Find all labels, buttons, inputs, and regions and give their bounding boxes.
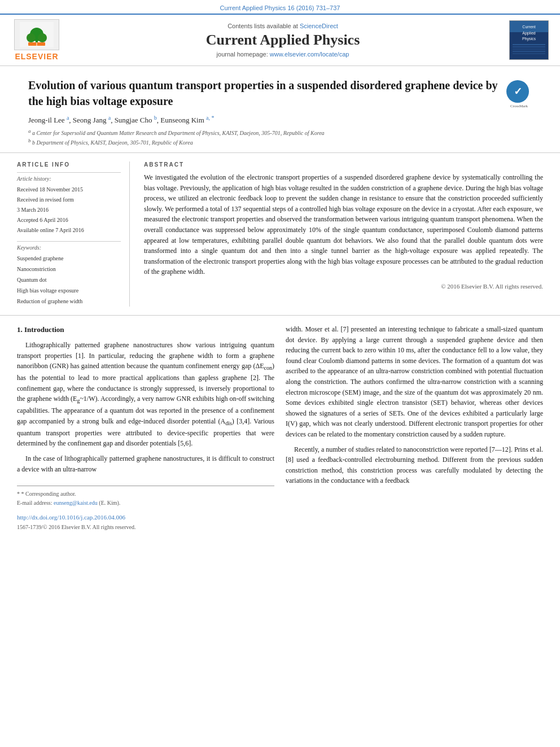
journal-title: Current Applied Physics [68, 32, 498, 49]
affiliation-a: a a Center for Supersolid and Quantum Ma… [28, 128, 532, 136]
elsevier-logo: ELSEVIER [11, 19, 62, 61]
email-note: E-mail address: eunseng@kaist.edu (E. Ki… [17, 499, 274, 508]
doi-line: http://dx.doi.org/10.1016/j.cap.2016.04.… [17, 512, 274, 523]
right-body-column: width. Moser et al. [7] presented an int… [286, 324, 543, 531]
keywords-list: Suspended graphene Nanoconstriction Quan… [17, 253, 121, 307]
corresponding-label: * Corresponding author. [21, 491, 76, 497]
keyword-3: Quantum dot [17, 274, 121, 285]
contents-available-line: Contents lists available at ScienceDirec… [68, 23, 498, 29]
svg-text:Applied: Applied [522, 31, 535, 36]
journal-ref-text: Current Applied Physics 16 (2016) 731–73… [220, 5, 340, 11]
accepted-date: Accepted 6 April 2016 [17, 215, 121, 225]
journal-ref-line: Current Applied Physics 16 (2016) 731–73… [0, 0, 560, 14]
elsevier-logo-image [14, 19, 59, 50]
svg-point-4 [38, 33, 47, 42]
contents-label: Contents lists available at [228, 23, 298, 29]
right-para-2: Recently, a number of studies related to… [286, 444, 543, 486]
footnote-section: * * Corresponding author. E-mail address… [17, 486, 274, 531]
affiliation-b: b b Department of Physics, KAIST, Daejeo… [28, 138, 532, 146]
introduction-heading: 1. Introduction [17, 324, 274, 335]
received-revised-label: Received in revised form [17, 195, 121, 205]
sciencedirect-link[interactable]: ScienceDirect [300, 23, 338, 29]
authors-line: Jeong-il Lee a, Seong Jang a, Sungjae Ch… [28, 115, 532, 125]
corresponding-author-note: * * Corresponding author. [17, 490, 274, 499]
journal-homepage-line: journal homepage: www.elsevier.com/locat… [68, 51, 498, 58]
email-person: (E. Kim). [99, 500, 120, 506]
abstract-label: ABSTRACT [144, 161, 543, 168]
issn-line: 1567-1739/© 2016 Elsevier B.V. All right… [17, 523, 274, 532]
received-date: Received 18 November 2015 [17, 185, 121, 195]
page-wrapper: Current Applied Physics 16 (2016) 731–73… [0, 0, 560, 747]
svg-text:Current: Current [522, 25, 535, 29]
copyright-line: © 2016 Elsevier B.V. All rights reserved… [144, 283, 543, 290]
available-online-date: Available online 7 April 2016 [17, 225, 121, 235]
email-link[interactable]: eunseng@kaist.edu [54, 500, 98, 506]
article-title-row: Evolution of various quantum transport p… [28, 77, 532, 109]
abstract-column: ABSTRACT We investigated the evolution o… [141, 161, 543, 307]
keywords-label: Keywords: [17, 244, 121, 251]
email-label: E-mail address: [17, 500, 52, 506]
intro-para-1: Lithographically patterned graphene nano… [17, 340, 274, 449]
article-title: Evolution of various quantum transport p… [28, 77, 498, 109]
revised-date: 3 March 2016 [17, 205, 121, 215]
svg-point-3 [27, 33, 36, 42]
crossmark-badge: ✓ CrossMark [506, 80, 532, 106]
journal-title-area: Contents lists available at ScienceDirec… [68, 23, 498, 58]
homepage-label: journal homepage: [217, 51, 268, 58]
article-info-column: ARTICLE INFO Article history: Received 1… [17, 161, 130, 307]
history-label: Article history: [17, 176, 121, 182]
homepage-url[interactable]: www.elsevier.com/locate/cap [270, 51, 349, 58]
crossmark-label: CrossMark [506, 104, 532, 108]
body-section: 1. Introduction Lithographically pattern… [0, 316, 560, 540]
elsevier-logo-area: ELSEVIER [11, 19, 62, 61]
keyword-4: High bias voltage exposure [17, 285, 121, 296]
left-body-column: 1. Introduction Lithographically pattern… [17, 324, 274, 531]
affiliations: a a Center for Supersolid and Quantum Ma… [28, 128, 532, 146]
doi-link[interactable]: http://dx.doi.org/10.1016/j.cap.2016.04.… [17, 514, 125, 521]
journal-cover-thumbnail: Current Applied Physics [509, 20, 549, 60]
info-divider [17, 172, 121, 173]
article-dates: Received 18 November 2015 Received in re… [17, 185, 121, 235]
corresponding-star: * [17, 491, 20, 497]
crossmark-icon: ✓ [506, 80, 529, 103]
keyword-5: Reduction of graphene width [17, 296, 121, 307]
elsevier-wordmark: ELSEVIER [15, 52, 58, 61]
article-info-abstract-section: ARTICLE INFO Article history: Received 1… [0, 153, 560, 316]
journal-header: ELSEVIER Contents lists available at Sci… [0, 14, 560, 66]
keyword-1: Suspended graphene [17, 253, 121, 264]
article-info-label: ARTICLE INFO [17, 161, 121, 168]
keywords-divider [17, 241, 121, 242]
abstract-text: We investigated the evolution of the ele… [144, 172, 543, 277]
keyword-2: Nanoconstriction [17, 264, 121, 274]
right-para-1: width. Moser et al. [7] presented an int… [286, 324, 543, 440]
svg-text:Physics: Physics [522, 37, 536, 41]
article-header: Evolution of various quantum transport p… [0, 66, 560, 153]
intro-para-2: In the case of lithographically patterne… [17, 453, 274, 474]
journal-cover-area: Current Applied Physics [504, 20, 549, 60]
